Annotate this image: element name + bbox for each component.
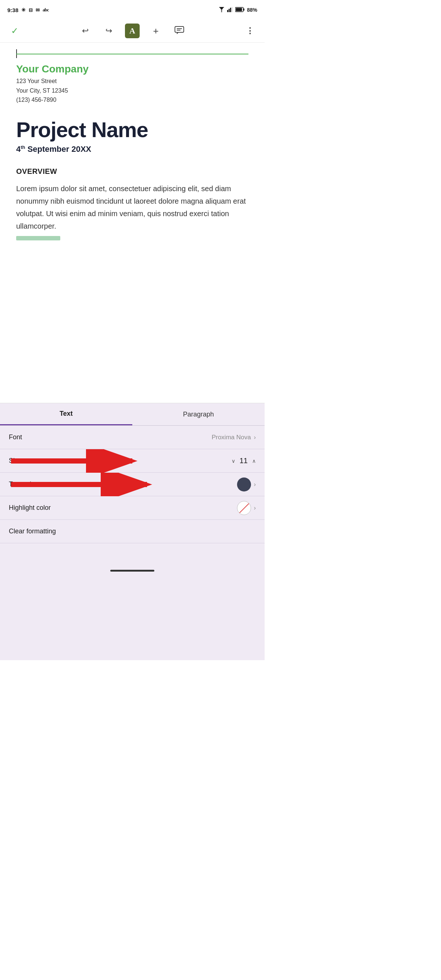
toolbar-left: ✓ <box>7 24 22 38</box>
time-display: 9:38 <box>7 7 18 13</box>
highlight-color-label: Highlight color <box>9 504 51 512</box>
status-bar-left: 9:38 ✳ ⊟ ✉ abc <box>7 7 49 13</box>
date-number: 4 <box>16 145 21 154</box>
size-chevron-down-icon[interactable]: ∨ <box>231 458 235 464</box>
size-number: 11 <box>240 457 248 465</box>
project-date: 4th September 20XX <box>16 145 248 154</box>
check-icon: ✓ <box>11 26 18 36</box>
status-bar-right: 88% <box>218 7 257 13</box>
svg-rect-3 <box>230 8 231 12</box>
comment-icon <box>175 26 184 35</box>
address-line-1: 123 Your Street <box>16 76 248 86</box>
green-separator <box>16 54 248 54</box>
text-color-row[interactable]: Text color › <box>0 473 264 496</box>
highlight-color-chevron-icon: › <box>254 505 256 511</box>
battery-percent: 88% <box>247 7 257 13</box>
date-ordinal: th <box>21 145 25 150</box>
text-color-row-container: Text color › <box>0 473 264 496</box>
tab-paragraph[interactable]: Paragraph <box>132 403 264 425</box>
comment-button[interactable] <box>172 24 187 38</box>
panel-tabs: Text Paragraph <box>0 403 264 426</box>
svg-point-0 <box>221 11 222 12</box>
highlight-bar <box>16 236 60 240</box>
more-options-button[interactable]: ⋮ <box>242 24 257 38</box>
font-value: Proxima Nova › <box>212 434 256 441</box>
font-chevron-icon: › <box>254 434 256 441</box>
slack-icon: ✳ <box>21 7 26 13</box>
svg-rect-1 <box>227 10 228 12</box>
text-color-circle <box>237 477 251 492</box>
size-row-container: Size ∨ 11 ∧ <box>0 449 264 473</box>
text-color-value: › <box>237 477 256 492</box>
battery-icon <box>235 7 245 13</box>
redo-button[interactable]: ↪ <box>102 24 116 38</box>
size-chevron-up-icon[interactable]: ∧ <box>252 458 256 464</box>
size-label: Size <box>9 457 22 465</box>
phone-number: (123) 456-7890 <box>16 95 248 105</box>
translate-icon: abc <box>43 7 49 13</box>
bookmark-icon: ⊟ <box>29 7 33 13</box>
company-name: Your Company <box>16 63 248 75</box>
overview-section: OVERVIEW Lorem ipsum dolor sit amet, con… <box>16 167 248 242</box>
highlight-color-value: › <box>237 501 256 515</box>
section-body: Lorem ipsum dolor sit amet, consectetuer… <box>16 182 248 232</box>
document-area: Your Company 123 Your Street Your City, … <box>0 43 264 403</box>
plus-icon: + <box>153 26 158 36</box>
bottom-panel: Text Paragraph Font Proxima Nova › Size … <box>0 403 264 660</box>
doc-header-separator <box>16 54 248 54</box>
home-bar <box>110 570 154 572</box>
svg-rect-2 <box>229 9 230 12</box>
svg-rect-8 <box>175 27 184 32</box>
clear-formatting-label: Clear formatting <box>9 528 56 535</box>
format-text-icon: A <box>129 26 135 36</box>
svg-rect-4 <box>231 7 232 12</box>
home-indicator <box>0 565 264 576</box>
undo-button[interactable]: ↩ <box>78 24 92 38</box>
company-info-block: Your Company 123 Your Street Your City, … <box>16 63 248 105</box>
undo-icon: ↩ <box>82 26 89 36</box>
font-name-value: Proxima Nova <box>212 434 251 441</box>
more-icon: ⋮ <box>246 26 254 36</box>
project-name: Project Name <box>16 118 248 142</box>
section-title: OVERVIEW <box>16 167 248 176</box>
wifi-icon <box>218 7 225 13</box>
svg-rect-6 <box>243 8 244 11</box>
add-button[interactable]: + <box>148 24 163 38</box>
toolbar-right: ⋮ <box>242 24 257 38</box>
mail-icon: ✉ <box>36 7 40 13</box>
toolbar-center: ↩ ↪ A + <box>78 24 187 38</box>
svg-rect-7 <box>236 8 242 11</box>
size-value: ∨ 11 ∧ <box>231 457 256 465</box>
no-color-circle <box>237 501 251 515</box>
check-button[interactable]: ✓ <box>7 24 22 38</box>
home-indicator-area <box>0 565 264 576</box>
status-bar: 9:38 ✳ ⊟ ✉ abc <box>0 0 264 19</box>
clear-formatting-row[interactable]: Clear formatting <box>0 520 264 543</box>
tab-text[interactable]: Text <box>0 403 132 425</box>
size-row[interactable]: Size ∨ 11 ∧ <box>0 449 264 473</box>
font-row[interactable]: Font Proxima Nova › <box>0 426 264 449</box>
toolbar: ✓ ↩ ↪ A + ⋮ <box>0 19 264 43</box>
redo-icon: ↪ <box>105 26 112 36</box>
address-line-2: Your City, ST 12345 <box>16 86 248 95</box>
format-button[interactable]: A <box>125 24 140 38</box>
signal-icon <box>227 7 233 13</box>
text-color-chevron-icon: › <box>254 481 256 488</box>
font-label: Font <box>9 433 22 441</box>
highlight-color-row[interactable]: Highlight color › <box>0 496 264 520</box>
text-color-label: Text color <box>9 480 37 488</box>
date-suffix: September 20XX <box>25 145 91 154</box>
